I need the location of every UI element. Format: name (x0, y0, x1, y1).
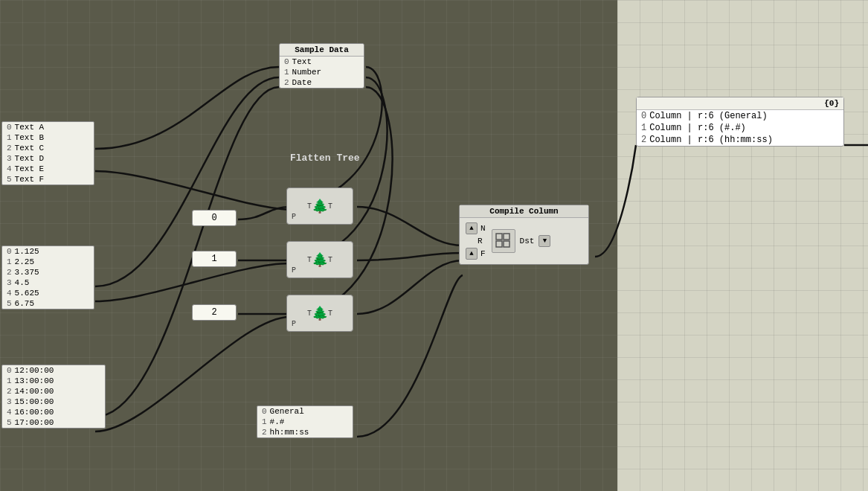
output-title: {0} (637, 97, 843, 110)
text-list-node: 0Text A 1Text B 2Text C 3Text D 4Text E … (1, 121, 94, 185)
svg-rect-2 (496, 241, 502, 247)
flatten-tree-label: Flatten Tree (290, 153, 360, 164)
output-node: {0} 0Column | r:6 (General) 1Column | r:… (636, 97, 844, 147)
dst-label: Dst (520, 237, 535, 246)
date-list-node: 012:00:00 113:00:00 214:00:00 315:00:00 … (1, 365, 106, 429)
output-row-0: 0Column | r:6 (General) (637, 110, 843, 122)
sample-row-1: 1Number (280, 67, 364, 77)
num-node-0[interactable]: 0 (192, 210, 237, 226)
compile-column-title: Compile Column (460, 205, 588, 218)
sample-data-node: Sample Data 0Text 1Number 2Date (279, 43, 364, 89)
sample-row-2: 2Date (280, 77, 364, 88)
number-list-node: 01.125 12.25 23.375 34.5 45.625 56.75 (1, 246, 94, 309)
num-node-1[interactable]: 1 (192, 251, 237, 267)
f-label: F (480, 249, 486, 258)
f-up-btn[interactable]: ▲ (466, 248, 478, 260)
r-label: R (478, 237, 483, 246)
num-node-2[interactable]: 2 (192, 304, 237, 321)
output-row-1: 1Column | r:6 (#.#) (637, 122, 843, 134)
svg-rect-3 (504, 241, 509, 247)
n-label: N (480, 224, 486, 233)
compile-column-node: Compile Column ▲ N R ▲ F Dst ▼ (459, 205, 589, 265)
svg-rect-0 (496, 234, 502, 240)
flatten-node-2: T 🌲 T P (286, 295, 353, 332)
sample-row-0: 0Text (280, 57, 364, 67)
flatten-node-0: T 🌲 T P (286, 187, 353, 225)
format-node: 0General 1#.# 2hh:mm:ss (257, 405, 353, 438)
flatten-node-1: T 🌲 T P (286, 241, 353, 278)
light-area (617, 0, 868, 491)
dst-down-btn[interactable]: ▼ (539, 235, 550, 247)
grid-icon (492, 229, 515, 253)
svg-rect-1 (504, 234, 509, 240)
sample-data-title: Sample Data (280, 44, 364, 57)
n-up-btn[interactable]: ▲ (466, 222, 478, 234)
output-row-2: 2Column | r:6 (hh:mm:ss) (637, 134, 843, 146)
